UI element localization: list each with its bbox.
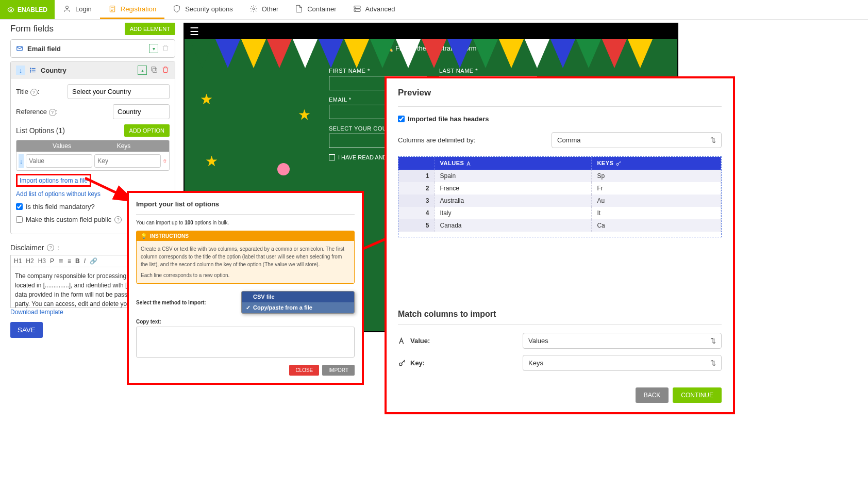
trash-icon[interactable] (161, 44, 170, 52)
value-input[interactable] (26, 154, 92, 168)
key-icon (398, 359, 406, 367)
tab-registration[interactable]: Registration (100, 0, 164, 19)
svg-point-17 (30, 72, 31, 72)
help-icon[interactable]: ? (114, 216, 122, 223)
method-option-copy[interactable]: ✓Copy/paste from a file (242, 302, 354, 313)
reference-label: Reference ?: (16, 108, 62, 116)
public-checkbox[interactable] (16, 216, 23, 223)
continue-button[interactable]: CONTINUE (673, 387, 722, 403)
add-without-keys-link[interactable]: Add list of options without keys (16, 190, 101, 198)
instructions-text-1: Create a CSV or text file with two colum… (141, 245, 350, 268)
server-icon (353, 5, 361, 13)
mail-icon (16, 45, 23, 52)
shield-icon (173, 5, 181, 13)
help-icon[interactable]: ? (47, 244, 54, 251)
accept-checkbox[interactable] (329, 154, 335, 160)
svg-point-1 (65, 6, 68, 9)
svg-point-9 (355, 7, 356, 8)
help-icon[interactable]: ? (30, 89, 38, 96)
back-button[interactable]: BACK (636, 387, 669, 403)
field-email: Email field ▾ (10, 39, 175, 58)
title-label: Title ?: (16, 88, 62, 96)
country-field-label: Country (41, 67, 133, 74)
trash-icon[interactable] (161, 66, 170, 74)
mandatory-label: Is this field mandatory? (26, 203, 95, 210)
method-dropdown[interactable]: ✓CSV file ✓Copy/paste from a file (241, 291, 355, 314)
svg-point-6 (253, 8, 255, 10)
key-input[interactable] (94, 154, 161, 168)
enabled-label: ENABLED (18, 6, 47, 13)
close-button[interactable]: CLOSE (289, 365, 319, 376)
title-input[interactable] (68, 84, 170, 99)
expand-icon[interactable]: ▾ (149, 44, 158, 53)
import-button[interactable]: IMPORT (322, 365, 355, 376)
svg-point-20 (616, 164, 619, 166)
bulb-icon: 💡 (141, 233, 147, 239)
hamburger-icon[interactable]: ☰ (190, 25, 199, 38)
delimiter-select[interactable]: Comma ⇅ (552, 132, 722, 148)
rte-h1[interactable]: H1 (14, 257, 22, 265)
reference-input[interactable] (113, 104, 170, 119)
rte-italic[interactable]: I (84, 257, 86, 265)
svg-rect-8 (354, 9, 360, 12)
import-note: You can import up to 100 options in bulk… (136, 220, 355, 225)
collapse-icon[interactable]: ▴ (138, 66, 147, 75)
svg-rect-18 (153, 68, 157, 72)
help-icon[interactable]: ? (49, 109, 56, 116)
tab-login-label: Login (75, 5, 92, 13)
sort-handle[interactable]: ↓ (19, 154, 24, 168)
download-template-link[interactable]: Download template (10, 309, 63, 316)
copy-textarea[interactable] (136, 327, 355, 358)
tab-registration-label: Registration (121, 5, 156, 13)
svg-point-0 (10, 9, 12, 11)
tab-other[interactable]: Other (241, 0, 287, 19)
value-match-label: Value: (410, 337, 430, 345)
rte-h3[interactable]: H3 (38, 257, 46, 265)
preview-banner: ✏️ Fill out the registration form (185, 39, 677, 57)
enabled-badge[interactable]: ENABLED (0, 0, 55, 19)
svg-point-15 (30, 68, 31, 69)
mandatory-checkbox[interactable] (16, 203, 23, 210)
tab-container[interactable]: Container (287, 0, 344, 19)
has-headers-checkbox[interactable] (398, 116, 405, 122)
table-row: 1SpainSp (398, 170, 721, 182)
svg-point-10 (355, 10, 356, 11)
preview-table: VALUES KEYS 1SpainSp2FranceFr3AustraliaA… (398, 156, 722, 237)
save-button[interactable]: SAVE (10, 322, 43, 338)
tab-container-label: Container (307, 5, 336, 13)
value-match-select[interactable]: Values⇅ (523, 333, 722, 349)
import-modal-title: Import your list of options (136, 200, 355, 208)
rte-h2[interactable]: H2 (26, 257, 34, 265)
tab-login[interactable]: Login (55, 0, 100, 19)
font-icon (398, 337, 406, 345)
clipboard-icon (108, 5, 116, 13)
rte-ol-icon[interactable]: ≡ (68, 257, 71, 265)
rte-p[interactable]: P (50, 257, 54, 265)
star-icon: ★ (200, 91, 213, 108)
add-option-button[interactable]: ADD OPTION (124, 124, 170, 137)
chevron-updown-icon: ⇅ (710, 337, 716, 345)
key-match-select[interactable]: Keys⇅ (523, 355, 722, 371)
method-option-csv[interactable]: ✓CSV file (242, 292, 354, 302)
import-options-link[interactable]: Import options from a file (20, 177, 88, 184)
top-tabs: ENABLED Login Registration Security opti… (0, 0, 868, 20)
drag-handle[interactable]: ↓ (16, 66, 25, 75)
preview-panel: Preview Imported file has headers Column… (385, 76, 735, 414)
add-element-button[interactable]: ADD ELEMENT (125, 23, 175, 35)
tab-security-label: Security options (185, 5, 233, 13)
tab-advanced-label: Advanced (365, 5, 395, 13)
options-table: Values Keys ↓ (16, 140, 170, 171)
gear-icon (249, 5, 258, 13)
trash-icon[interactable] (163, 156, 167, 166)
rte-ul-icon[interactable]: ≣ (58, 257, 63, 265)
rte-bold[interactable]: B (75, 257, 80, 265)
delimiter-value: Comma (557, 136, 581, 144)
copy-text-label: Copy text: (136, 319, 355, 325)
chevron-updown-icon: ⇅ (710, 359, 716, 367)
import-link-highlight: Import options from a file (16, 174, 91, 187)
duplicate-icon[interactable] (150, 66, 158, 74)
svg-point-16 (30, 70, 31, 70)
tab-advanced[interactable]: Advanced (345, 0, 404, 19)
tab-security[interactable]: Security options (164, 0, 241, 19)
rte-link-icon[interactable]: 🔗 (90, 257, 97, 265)
